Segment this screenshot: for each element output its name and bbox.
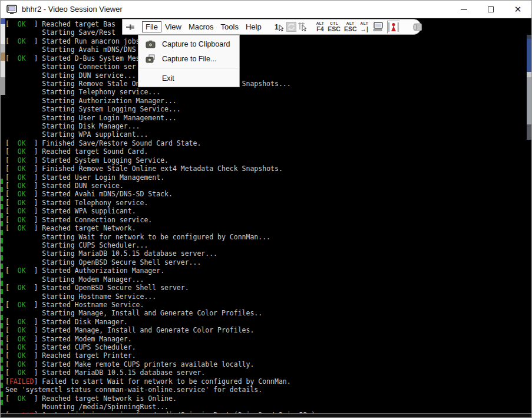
console-line: [ OK ] Started DUN service. bbox=[5, 182, 315, 190]
green-tick-artifact bbox=[1, 357, 3, 363]
green-tick-artifact bbox=[1, 366, 3, 371]
ctl-esc-key: ESC bbox=[328, 26, 341, 32]
console-line: [ OK ] Started Authorization Manager. bbox=[5, 266, 315, 275]
close-icon: ✕ bbox=[514, 5, 522, 14]
green-tick-artifact bbox=[1, 238, 3, 243]
console-line: Starting Wait for network to be configur… bbox=[5, 233, 315, 241]
svg-text:1: 1 bbox=[275, 23, 279, 31]
right-edge-artifact bbox=[527, 124, 531, 140]
alt-tab-button[interactable]: ALT →| bbox=[360, 22, 368, 32]
app-monitor-icon bbox=[6, 5, 17, 14]
green-tick-artifact bbox=[1, 323, 3, 328]
disconnect-button[interactable] bbox=[411, 21, 424, 33]
console-line: Starting WPA supplicant... bbox=[5, 130, 315, 139]
close-button[interactable]: ✕ bbox=[504, 1, 531, 18]
pointer-align-icon bbox=[298, 22, 308, 32]
green-tick-artifact bbox=[1, 255, 3, 261]
remote-console-screen[interactable]: [ OK ] Reached target Bas Starting Save/… bbox=[1, 18, 531, 418]
menu-separator bbox=[139, 68, 239, 69]
console-line: [ OK ] Started Hostname Service. bbox=[5, 301, 315, 309]
console-line: [ OK ] Reached target Network. bbox=[5, 224, 315, 232]
minimize-button[interactable] bbox=[450, 1, 477, 18]
green-tick-artifact bbox=[1, 264, 3, 269]
disconnect-plug-icon bbox=[411, 22, 424, 32]
green-tick-artifact bbox=[1, 332, 3, 337]
console-line: [ OK ] Started Manage, Install and Gener… bbox=[5, 326, 315, 334]
green-tick-artifact bbox=[1, 374, 3, 380]
console-line: Starting OpenBSD Secure Shell server... bbox=[5, 258, 315, 266]
console-line: [ OK ] Finished Save/Restore Sound Card … bbox=[5, 139, 315, 147]
right-edge-artifact bbox=[527, 35, 531, 39]
menu-item-label: Capture to File... bbox=[162, 55, 239, 63]
console-line: [ OK ] Finished Remove Stale Online ext4… bbox=[5, 164, 315, 173]
green-tick-artifact bbox=[1, 383, 3, 388]
menu-item-exit[interactable]: Exit bbox=[138, 71, 239, 85]
console-line: Starting MariaDB 10.5.15 database server… bbox=[5, 249, 315, 258]
session-user-button[interactable] bbox=[387, 21, 400, 34]
console-line: Starting Telephony service... bbox=[5, 88, 315, 96]
refresh-button[interactable] bbox=[286, 21, 296, 33]
console-line: [ OK ] Started Make remote CUPS printers… bbox=[5, 360, 315, 368]
green-tick-artifact bbox=[1, 204, 3, 209]
green-tick-artifact bbox=[1, 348, 3, 354]
console-line: [FAILED] Failed to start Wait for networ… bbox=[5, 377, 315, 386]
right-edge-artifact bbox=[527, 72, 531, 77]
console-line: Starting Disk Manager... bbox=[5, 122, 315, 130]
console-line: See 'systemctl status connman-wait-onlin… bbox=[5, 386, 315, 394]
console-line: [ OK ] Started Avahi mDNS/DNS-SD Stack. bbox=[5, 190, 315, 198]
console-line: Starting Authorization Manager... bbox=[5, 97, 315, 105]
right-edge-artifact bbox=[527, 77, 531, 124]
menu-file[interactable]: File bbox=[142, 21, 161, 32]
alt-f4-key: F4 bbox=[316, 26, 323, 32]
green-tick-artifact bbox=[1, 306, 3, 311]
console-line: Starting Manage, Install and Generate Co… bbox=[5, 309, 315, 317]
console-line: Mounting /media/SpinningRust... bbox=[5, 403, 315, 411]
console-line: [ OK ] Started WPA supplicant. bbox=[5, 207, 315, 215]
menu-item-capture-clipboard[interactable]: Capture to Clipboard bbox=[138, 37, 239, 51]
console-line: [ OK ] Started User Login Management. bbox=[5, 173, 315, 182]
green-tick-artifact bbox=[1, 196, 3, 201]
green-tick-artifact bbox=[1, 340, 3, 345]
green-tick-artifact bbox=[1, 221, 3, 226]
menu-macros[interactable]: Macros bbox=[185, 21, 217, 32]
menu-view[interactable]: View bbox=[161, 21, 185, 32]
alt-tab-key: →| bbox=[361, 26, 368, 32]
green-tick-artifact bbox=[1, 281, 3, 286]
console-line: Starting Modem Manager... bbox=[5, 275, 315, 284]
green-tick-artifact bbox=[1, 298, 3, 303]
alt-esc-button[interactable]: ALT ESC bbox=[344, 22, 357, 32]
green-tick-artifact bbox=[1, 289, 3, 294]
bottom-frame-strip bbox=[1, 414, 531, 418]
send-keys-button[interactable] bbox=[372, 21, 384, 33]
send-keys-monitor-icon bbox=[372, 22, 384, 32]
left-edge-green-ticks bbox=[1, 18, 4, 418]
pin-button[interactable] bbox=[125, 21, 136, 33]
console-line: Starting Hostname Service... bbox=[5, 292, 315, 301]
console-line: [ OK ] Started Connection service. bbox=[5, 216, 315, 224]
console-line: Starting CUPS Scheduler... bbox=[5, 241, 315, 249]
menu-help[interactable]: Help bbox=[242, 21, 265, 32]
green-tick-artifact bbox=[1, 391, 3, 397]
green-tick-artifact bbox=[1, 315, 3, 320]
console-line: Starting System Logging Service... bbox=[5, 105, 315, 113]
alt-f4-button[interactable]: ALT F4 bbox=[316, 22, 325, 32]
menu-tools[interactable]: Tools bbox=[217, 21, 242, 32]
single-cursor-button[interactable]: 1 bbox=[275, 21, 285, 33]
ctl-esc-button[interactable]: CTL ESC bbox=[328, 22, 341, 32]
alt-esc-key: ESC bbox=[344, 26, 357, 32]
console-line: [ OK ] Reached target Sound Card. bbox=[5, 147, 315, 156]
refresh-icon bbox=[286, 22, 296, 32]
pin-icon bbox=[125, 23, 136, 31]
title-bar: bhhr2 - Video Session Viewer ✕ bbox=[1, 1, 531, 18]
maximize-button[interactable] bbox=[477, 1, 504, 18]
pointer-align-button[interactable] bbox=[298, 21, 308, 33]
file-dropdown-menu: Capture to Clipboard Capture to File... … bbox=[138, 35, 240, 87]
green-tick-artifact bbox=[1, 179, 3, 184]
console-line: [ OK ] Started OpenBSD Secure Shell serv… bbox=[5, 284, 315, 292]
minimize-icon bbox=[461, 9, 467, 10]
menu-item-capture-file[interactable]: Capture to File... bbox=[138, 51, 239, 66]
green-tick-artifact bbox=[1, 246, 3, 252]
window-title: bhhr2 - Video Session Viewer bbox=[22, 5, 123, 14]
console-line: [ OK ] Started MariaDB 10.5.15 database … bbox=[5, 368, 315, 377]
console-line: [ OK ] Started Modem Manager. bbox=[5, 335, 315, 343]
